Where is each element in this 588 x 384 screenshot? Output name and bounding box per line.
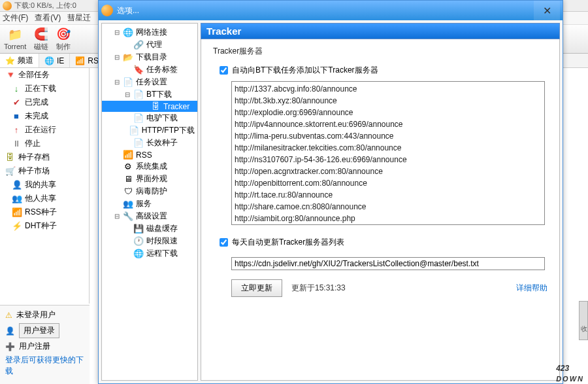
tree-item[interactable]: ⊟📂下载目录: [102, 51, 197, 63]
tracker-line[interactable]: http://ipv4announce.sktorrent.eu:6969/an…: [235, 118, 542, 130]
update-now-button[interactable]: 立即更新: [231, 279, 282, 297]
tree-item[interactable]: 🔗代理: [102, 39, 197, 51]
side-label: 他人共享: [25, 193, 56, 204]
register-link[interactable]: 用户注册: [19, 341, 50, 352]
titlebar-text: 下载:0 KB/s, 上传:0: [14, 1, 76, 10]
tracker-list[interactable]: http://1337.abcvg.info:80/announcehttp:/…: [231, 81, 545, 225]
update-status: 更新于15:31:33: [291, 283, 346, 294]
menu-file[interactable]: 文件(F): [3, 12, 28, 24]
tree-item[interactable]: 🛡病毒防护: [102, 185, 197, 198]
tree-label: 系统集成: [136, 161, 167, 172]
tree-twisty-icon[interactable]: ⊟: [124, 91, 131, 98]
tree-twisty-icon[interactable]: ⊟: [114, 79, 120, 86]
side-label: DHT种子: [25, 220, 57, 232]
tree-item[interactable]: ⊟🌐网络连接: [102, 26, 197, 39]
tree-label: 高级设置: [136, 211, 167, 222]
login-button[interactable]: 用户登录: [19, 323, 59, 338]
side-item[interactable]: 🛒种子市场: [0, 164, 89, 178]
tree-icon: 📄: [123, 77, 133, 87]
tree-label: 磁盘缓存: [146, 223, 178, 234]
tracker-line[interactable]: http://milanesitracker.tekcities.com:80/…: [235, 142, 542, 154]
menu-view[interactable]: 查看(V): [35, 12, 61, 24]
side-item[interactable]: 👤我的共享: [0, 178, 89, 192]
tracker-line[interactable]: http://ns3107607.ip-54-36-126.eu:6969/an…: [235, 154, 542, 166]
tree-item[interactable]: 📄HTTP/FTP下载: [102, 124, 197, 137]
toolbar-create-button[interactable]: 🎯 制作: [56, 27, 71, 52]
tab-ie[interactable]: 🌐 IE: [39, 54, 70, 67]
toolbar-torrent-button[interactable]: 📁 Torrent: [4, 27, 26, 50]
tree-item[interactable]: 🕐时段限速: [102, 235, 197, 247]
dialog-titlebar[interactable]: 选项... ✕: [99, 1, 563, 20]
side-item[interactable]: 🔻全部任务: [0, 68, 89, 82]
side-icon: 👥: [12, 194, 21, 203]
chk-auto-update[interactable]: [220, 238, 228, 247]
side-item[interactable]: ✔已完成: [0, 96, 89, 109]
toolbar-torrent-label: Torrent: [4, 43, 26, 50]
tree-icon: 🛡: [123, 186, 133, 196]
side-item[interactable]: 🗄种子存档: [0, 150, 89, 164]
tree-twisty-icon[interactable]: ⊟: [114, 54, 120, 61]
side-item[interactable]: ■未完成: [0, 109, 89, 123]
tab-channel-label: 频道: [18, 55, 33, 66]
chk-auto-add-row[interactable]: 自动向BT下载任务添加以下Tracker服务器: [220, 65, 547, 76]
tree-item[interactable]: 📶RSS: [102, 149, 197, 160]
user-add-icon: ➕: [5, 342, 15, 351]
side-icon: 👤: [12, 180, 21, 190]
tree-twisty-icon[interactable]: ⊟: [114, 29, 120, 36]
tree-item[interactable]: ⚙系统集成: [102, 160, 197, 173]
tree-item[interactable]: 📄电驴下载: [102, 112, 197, 124]
tree-item[interactable]: 📄长效种子: [102, 137, 197, 149]
tracker-line[interactable]: http://bt.3kb.xyz:80/announce: [235, 95, 542, 107]
side-label: 种子存档: [18, 152, 50, 163]
tracker-line[interactable]: http://1337.abcvg.info:80/announce: [235, 83, 542, 95]
menu-comet[interactable]: 彗星迁: [67, 12, 91, 24]
side-drag-tab[interactable]: 收: [579, 301, 588, 340]
tree-label: BT下载: [146, 89, 172, 100]
login-hint-link[interactable]: 登录后可获得更快的下载: [5, 355, 84, 377]
tree-icon: 🌐: [133, 249, 144, 258]
tree-item[interactable]: 👥服务: [102, 198, 197, 210]
tree-item[interactable]: 🔖任务标签: [102, 63, 197, 76]
tree-icon: 🖥: [123, 174, 133, 184]
dialog-orb-icon: [101, 5, 113, 16]
update-url-input[interactable]: [231, 257, 545, 270]
tree-icon: ⚙: [123, 162, 133, 171]
tree-item[interactable]: 🖥界面外观: [102, 173, 197, 185]
tracker-line[interactable]: http://lima-peru.subventas.com:443/annou…: [235, 130, 542, 142]
dialog-tree[interactable]: ⊟🌐网络连接🔗代理⊟📂下载目录🔖任务标签⊟📄任务设置⊟📄BT下载🗄Tracker…: [101, 23, 198, 381]
tracker-line[interactable]: http://explodie.org:6969/announce: [235, 107, 542, 118]
watermark-main: 423: [556, 364, 569, 373]
side-item[interactable]: 👥他人共享: [0, 192, 89, 205]
side-label: 已完成: [25, 97, 48, 108]
options-dialog: 选项... ✕ ⊟🌐网络连接🔗代理⊟📂下载目录🔖任务标签⊟📄任务设置⊟📄BT下载…: [98, 0, 563, 384]
chk-auto-update-row[interactable]: 每天自动更新Tracker服务器列表: [220, 237, 547, 248]
tracker-line[interactable]: http://open.acgnxtracker.com:80/announce: [235, 166, 542, 177]
tree-twisty-icon[interactable]: ⊟: [114, 213, 120, 220]
tree-icon: 💾: [133, 224, 144, 234]
tree-item[interactable]: 🌐远程下载: [102, 247, 197, 260]
content-header: Tracker: [201, 23, 560, 39]
tracker-line[interactable]: http://rt.tace.ru:80/announce: [235, 189, 542, 201]
tracker-line[interactable]: http://share.camoe.cn:8080/announce: [235, 201, 542, 213]
side-icon: ■: [12, 111, 21, 121]
side-item[interactable]: ⚡DHT种子: [0, 219, 89, 233]
tree-item[interactable]: ⊟🔧高级设置: [102, 210, 197, 222]
side-item[interactable]: ↑正在运行: [0, 123, 89, 137]
close-button[interactable]: ✕: [534, 1, 560, 20]
chk-auto-add[interactable]: [220, 66, 228, 75]
rss-icon: 📶: [75, 56, 85, 65]
side-item[interactable]: 📶RSS种子: [0, 205, 89, 219]
not-logged-row: ⚠ 未登录用户: [3, 308, 87, 322]
tree-item[interactable]: 💾磁盘缓存: [102, 222, 197, 235]
side-item[interactable]: ↓正在下载: [0, 82, 89, 96]
tree-icon: 📄: [129, 126, 139, 135]
tree-item[interactable]: ⊟📄BT下载: [102, 88, 197, 101]
side-item[interactable]: ⏸停止: [0, 137, 89, 150]
tree-item[interactable]: ⊟📄任务设置: [102, 76, 197, 88]
tree-item[interactable]: 🗄Tracker: [102, 101, 197, 112]
tab-channel[interactable]: ⭐ 频道: [0, 54, 39, 67]
tracker-line[interactable]: http://openbittorrent.com:80/announce: [235, 177, 542, 189]
tracker-line[interactable]: http://siambit.org:80/announce.php: [235, 213, 542, 224]
toolbar-magnet-button[interactable]: 🧲 磁链: [34, 27, 48, 52]
help-link[interactable]: 详细帮助: [516, 283, 547, 294]
